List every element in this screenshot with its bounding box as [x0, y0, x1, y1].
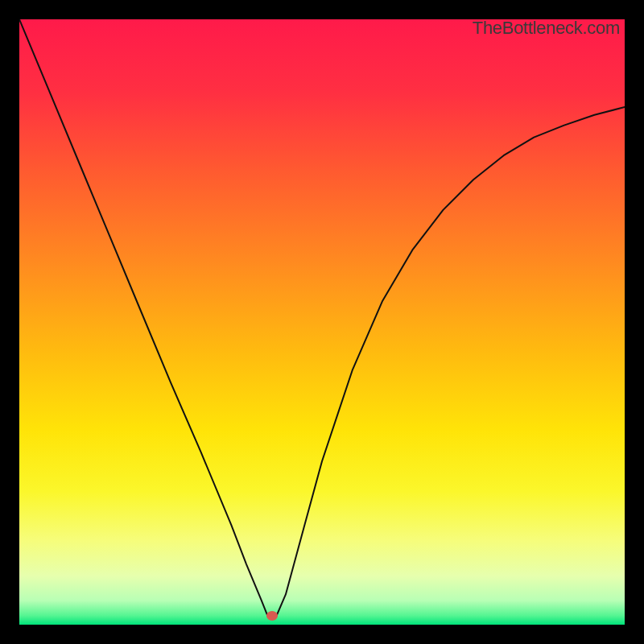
chart-plot-area: TheBottleneck.com — [19, 19, 625, 625]
watermark-label: TheBottleneck.com — [473, 19, 620, 39]
chart-frame: TheBottleneck.com — [0, 0, 644, 644]
bottleneck-curve — [19, 19, 625, 625]
curve-min-marker-icon — [266, 611, 278, 621]
